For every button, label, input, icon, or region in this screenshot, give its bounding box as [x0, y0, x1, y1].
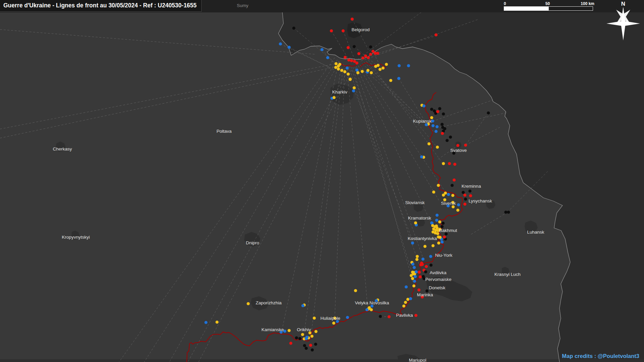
dot-red: [387, 315, 390, 318]
city-label-bakhmut: Bakhmut: [439, 228, 457, 233]
dot-black: [311, 348, 314, 351]
dot-yellow: [247, 302, 250, 305]
city-label-luhansk: Luhansk: [527, 230, 544, 235]
dot-yellow: [432, 190, 435, 193]
dot-black: [507, 210, 510, 214]
city-label-kostiantynivka: Kostiantynivka: [408, 236, 437, 241]
attack-axis-line: [399, 78, 427, 124]
attack-axis-line: [119, 58, 335, 362]
city-label-dnipro: Dnipro: [246, 240, 259, 245]
dot-blue: [431, 124, 434, 127]
dot-blue: [429, 255, 432, 258]
dot-yellow: [346, 72, 350, 75]
attack-axis-line: [470, 212, 507, 235]
city-label-cherkasy: Cherkasy: [53, 146, 72, 152]
dot-blue: [287, 46, 290, 49]
dot-blue: [279, 42, 282, 45]
dot-yellow: [376, 64, 379, 67]
city-label-niu-york: Niu-York: [435, 253, 452, 258]
dot-yellow: [314, 330, 317, 333]
dot-red: [341, 29, 344, 32]
attack-axis-line: [466, 127, 500, 145]
dot-yellow: [416, 255, 419, 258]
dot-yellow: [415, 258, 418, 261]
dot-red: [418, 270, 421, 274]
attack-axis-line: [436, 113, 507, 128]
dot-black: [445, 139, 448, 142]
dot-black: [442, 112, 445, 115]
dot-yellow: [410, 274, 413, 277]
dot-red: [355, 61, 358, 64]
dot-red: [309, 344, 312, 347]
city-label-velyka-novosilka: Velyka Novosilka: [355, 300, 389, 305]
dot-yellow: [442, 162, 445, 165]
scale-tick-100: 100 km: [581, 1, 594, 6]
dot-yellow: [301, 333, 304, 336]
dot-yellow: [411, 277, 414, 280]
dot-black: [462, 191, 465, 194]
dot-yellow: [402, 304, 405, 307]
city-label-kupiansk: Kupiansk: [413, 119, 432, 124]
dot-blue: [352, 89, 355, 92]
dot-yellow: [334, 66, 337, 69]
dot-yellow: [412, 284, 415, 287]
dot-red: [357, 52, 360, 55]
dot-black: [424, 270, 427, 273]
scale-tick-0: 0: [504, 1, 506, 6]
dot-yellow: [435, 224, 438, 227]
dot-yellow: [378, 68, 381, 71]
dot-red: [371, 50, 374, 53]
dot-black: [314, 343, 317, 346]
dot-red: [464, 143, 467, 146]
dot-blue: [435, 214, 438, 217]
dot-black: [430, 108, 433, 111]
dot-blue: [346, 316, 349, 319]
city-label-orikhiv: Orikhiv: [297, 327, 311, 332]
dot-yellow: [343, 70, 346, 73]
dot-red: [456, 144, 459, 147]
dot-red: [414, 314, 417, 317]
dot-yellow: [370, 71, 373, 74]
scale-tick-50: 50: [545, 1, 550, 6]
dot-yellow: [437, 184, 440, 187]
scale-bar-ticks: 0 50 100 km: [504, 1, 593, 6]
attack-axis-line: [347, 66, 368, 308]
dot-red: [347, 58, 350, 61]
dot-blue: [434, 130, 437, 133]
attack-axis-line: [368, 60, 443, 164]
dot-red: [419, 275, 422, 278]
dot-yellow: [436, 145, 439, 148]
dot-yellow: [438, 236, 441, 239]
dot-red: [469, 194, 472, 197]
dot-red: [436, 110, 439, 113]
dot-yellow: [437, 241, 440, 244]
dot-yellow: [436, 232, 439, 235]
attack-axis-line: [144, 60, 337, 362]
dot-yellow: [340, 69, 343, 72]
dot-yellow: [442, 193, 445, 196]
dot-yellow: [406, 298, 409, 301]
map-bottom-strip: [0, 359, 644, 362]
dot-yellow: [361, 70, 364, 73]
compass-star-icon: [606, 7, 641, 41]
dot-blue: [457, 203, 460, 206]
dot-yellow: [423, 245, 426, 248]
dot-blue: [411, 262, 414, 265]
dot-blue: [407, 64, 410, 67]
dot-blue: [447, 193, 450, 196]
city-label-pervomaiske: Pervomaiske: [425, 277, 451, 282]
dot-blue: [365, 308, 368, 311]
dot-red: [367, 56, 370, 59]
dot-yellow: [338, 63, 341, 66]
attack-axis-line: [0, 64, 336, 129]
city-label-kramatorsk: Kramatorsk: [408, 216, 431, 221]
dot-black: [464, 197, 467, 200]
dot-blue: [204, 321, 207, 324]
dot-red: [434, 33, 437, 36]
dot-black: [295, 336, 298, 339]
dot-red: [364, 54, 367, 57]
dot-black: [369, 45, 372, 48]
dot-yellow: [332, 96, 335, 99]
attack-axis-line: [282, 61, 339, 331]
dot-yellow: [337, 67, 340, 70]
